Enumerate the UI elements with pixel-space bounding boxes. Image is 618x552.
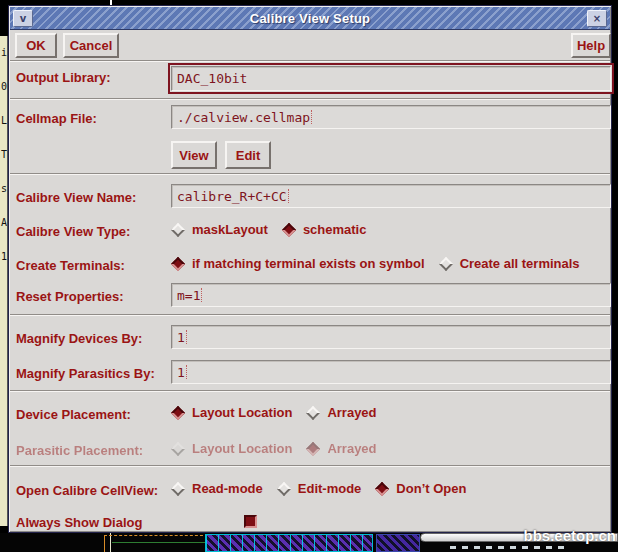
magnify-parasitics-input[interactable]: 1 <box>171 360 611 384</box>
radio-label: Don’t Open <box>396 481 466 496</box>
always-show-dialog-label: Always Show Dialog <box>16 515 142 530</box>
output-library-label: Output Library: <box>16 70 111 85</box>
magnify-devices-input[interactable]: 1 <box>171 325 611 349</box>
text-cursor <box>186 330 187 344</box>
help-button[interactable]: Help <box>571 33 611 58</box>
magnify-parasitics-label: Magnify Parasitics By: <box>16 366 155 381</box>
separator <box>10 173 610 175</box>
device-placement-radio-group: Layout Location Arrayed <box>171 405 377 420</box>
radio-masklayout[interactable]: maskLayout <box>171 222 268 237</box>
view-name-label: Calibre View Name: <box>16 190 136 205</box>
open-cellview-radio-group: Read-mode Edit-mode Don’t Open <box>171 481 466 496</box>
radio-label: Create all terminals <box>460 256 580 271</box>
reset-properties-value: m=1 <box>177 288 200 303</box>
parasitic-placement-label: Parasitic Placement: <box>16 443 143 458</box>
titlebar[interactable]: v Calibre View Setup × <box>10 7 610 30</box>
radio-label: Edit-mode <box>298 481 362 496</box>
layout-dashed-rect <box>104 535 208 552</box>
close-icon[interactable]: × <box>587 10 607 27</box>
separator <box>10 314 610 316</box>
radio-label: Arrayed <box>327 441 376 456</box>
separator <box>10 60 610 62</box>
cancel-button[interactable]: Cancel <box>63 33 119 58</box>
edit-button[interactable]: Edit <box>225 141 271 169</box>
view-type-radio-group: maskLayout schematic <box>171 222 366 237</box>
output-library-focus-ring: DAC_10bit <box>168 63 614 94</box>
radio-diamond-icon[interactable] <box>439 256 453 270</box>
radio-layout-location-disabled: Layout Location <box>171 441 292 456</box>
radio-if-matching-terminal[interactable]: if matching terminal exists on symbol <box>171 256 425 271</box>
text-cursor <box>186 365 187 379</box>
radio-diamond-selected-icon[interactable] <box>375 481 389 495</box>
separator <box>10 465 610 467</box>
radio-arrayed-disabled: Arrayed <box>306 441 376 456</box>
radio-dont-open[interactable]: Don’t Open <box>375 481 466 496</box>
reset-properties-input[interactable]: m=1 <box>171 283 611 307</box>
view-button[interactable]: View <box>171 141 217 169</box>
output-library-value: DAC_10bit <box>177 71 247 86</box>
separator <box>10 98 610 100</box>
radio-diamond-selected-icon <box>306 441 320 455</box>
view-name-value: calibre_R+C+CC <box>177 189 287 204</box>
create-terminals-label: Create Terminals: <box>16 258 125 273</box>
radio-create-all-terminals[interactable]: Create all terminals <box>439 256 580 271</box>
radio-label: maskLayout <box>192 222 268 237</box>
cellmap-file-label: Cellmap File: <box>16 111 97 126</box>
radio-layout-location[interactable]: Layout Location <box>171 405 292 420</box>
radio-diamond-selected-icon[interactable] <box>171 256 185 270</box>
radio-diamond-icon[interactable] <box>277 481 291 495</box>
window-title: Calibre View Setup <box>10 11 610 26</box>
cellmap-file-value: ./calview.cellmap <box>177 110 310 125</box>
radio-arrayed[interactable]: Arrayed <box>306 405 376 420</box>
window-menu-icon[interactable]: v <box>13 10 33 27</box>
text-cursor <box>201 288 202 302</box>
magnify-devices-value: 1 <box>177 330 185 345</box>
view-type-label: Calibre View Type: <box>16 224 130 239</box>
radio-label: if matching terminal exists on symbol <box>192 256 425 271</box>
radio-schematic[interactable]: schematic <box>282 222 367 237</box>
layout-hatched-block-2 <box>376 534 420 552</box>
radio-label: Layout Location <box>192 441 292 456</box>
radio-label: Read-mode <box>192 481 263 496</box>
radio-label: schematic <box>303 222 367 237</box>
calibre-view-setup-dialog: v Calibre View Setup × OK Cancel Help Ou… <box>8 5 612 533</box>
background-window-strip: i 0 L T s A 1 <box>0 36 8 526</box>
always-show-dialog-checkbox[interactable] <box>244 515 257 528</box>
magnify-devices-label: Magnify Devices By: <box>16 331 142 346</box>
output-library-input[interactable]: DAC_10bit <box>171 66 611 91</box>
separator <box>10 390 610 392</box>
radio-diamond-icon[interactable] <box>306 405 320 419</box>
layout-hatched-block <box>205 534 373 552</box>
watermark-text: bbs.eetop.cn <box>523 527 616 544</box>
parasitic-placement-radio-group: Layout Location Arrayed <box>171 441 377 456</box>
radio-diamond-icon[interactable] <box>171 222 185 236</box>
magnify-parasitics-value: 1 <box>177 365 185 380</box>
radio-diamond-icon[interactable] <box>171 481 185 495</box>
view-name-input[interactable]: calibre_R+C+CC <box>171 184 611 208</box>
layout-tick-marks <box>450 546 570 549</box>
radio-label: Arrayed <box>327 405 376 420</box>
radio-label: Layout Location <box>192 405 292 420</box>
radio-diamond-icon <box>171 441 185 455</box>
open-cellview-label: Open Calibre CellView: <box>16 483 158 498</box>
reset-properties-label: Reset Properties: <box>16 289 124 304</box>
radio-diamond-selected-icon[interactable] <box>282 222 296 236</box>
create-terminals-radio-group: if matching terminal exists on symbol Cr… <box>171 256 580 271</box>
ok-button[interactable]: OK <box>15 33 57 58</box>
text-cursor <box>311 110 312 124</box>
text-cursor <box>288 189 289 203</box>
cellmap-file-input[interactable]: ./calview.cellmap <box>171 105 611 129</box>
device-placement-label: Device Placement: <box>16 407 131 422</box>
radio-edit-mode[interactable]: Edit-mode <box>277 481 362 496</box>
radio-read-mode[interactable]: Read-mode <box>171 481 263 496</box>
radio-diamond-selected-icon[interactable] <box>171 405 185 419</box>
